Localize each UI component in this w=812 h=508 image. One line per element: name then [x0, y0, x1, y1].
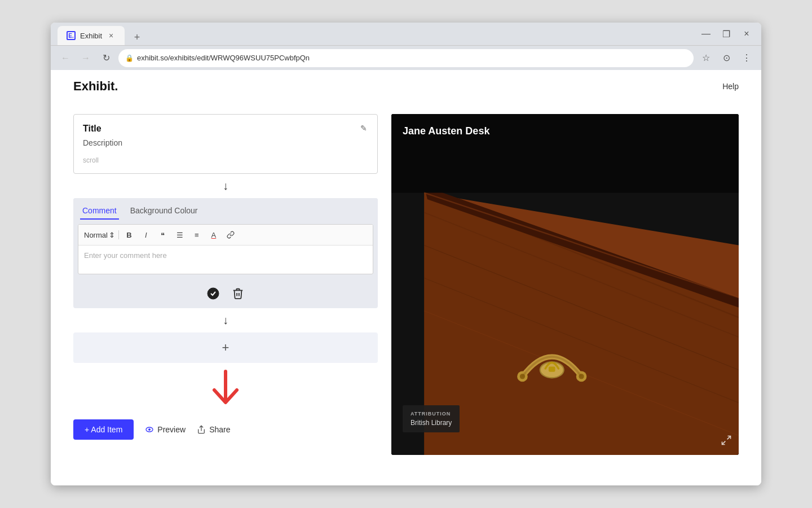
- svg-line-23: [727, 436, 731, 440]
- window-controls: — ❐ ×: [698, 26, 754, 42]
- attribution-value: British Library: [411, 419, 452, 427]
- down-arrow-connector: ↓: [73, 174, 378, 198]
- main-layout: Title Description scroll ✎ ↓ Comment Bac…: [51, 103, 761, 472]
- share-button[interactable]: Share: [197, 425, 230, 434]
- link-btn[interactable]: [224, 228, 237, 242]
- address-bar[interactable]: 🔒 exhibit.so/exhibits/edit/WRWQ96WSUU75P…: [118, 49, 694, 67]
- browser-toolbar-icons: ☆ ⊙ ⋮: [698, 50, 754, 66]
- down-arrow-connector-2: ↓: [73, 308, 378, 332]
- edit-title-btn[interactable]: ✎: [357, 121, 370, 135]
- star-btn[interactable]: ☆: [698, 50, 714, 66]
- attribution-box: ATTRIBUTION British Library: [403, 405, 460, 432]
- browser-window: E. Exhibit × + — ❐ × ← → ↻ 🔒 exhibit.so/…: [51, 23, 761, 485]
- share-label: Share: [209, 425, 230, 434]
- comment-actions: [73, 279, 378, 308]
- back-btn[interactable]: ←: [58, 50, 73, 66]
- comment-block: Comment Background Colour Normal ⇕ B I: [73, 198, 378, 308]
- tab-background-colour[interactable]: Background Colour: [128, 203, 200, 220]
- left-panel: Title Description scroll ✎ ↓ Comment Bac…: [73, 114, 378, 455]
- account-btn[interactable]: ⊙: [718, 50, 734, 66]
- attribution-label: ATTRIBUTION: [411, 411, 452, 417]
- svg-rect-15: [549, 366, 555, 371]
- address-bar-row: ← → ↻ 🔒 exhibit.so/exhibits/edit/WRWQ96W…: [51, 45, 761, 70]
- bottom-toolbar: + Add Item Preview: [73, 414, 378, 445]
- share-icon: [197, 425, 206, 434]
- text-color-btn[interactable]: A: [207, 228, 220, 242]
- help-link[interactable]: Help: [722, 82, 739, 91]
- tab-close-btn[interactable]: ×: [107, 31, 116, 40]
- svg-line-24: [722, 441, 726, 445]
- title-card: Title Description scroll ✎: [73, 114, 378, 174]
- preview-eye-icon: [145, 425, 154, 434]
- unordered-list-btn[interactable]: ☰: [173, 228, 187, 242]
- exhibit-preview-panel: Jane Austen Desk: [391, 114, 739, 455]
- add-item-button[interactable]: + Add Item: [73, 419, 134, 440]
- svg-point-3: [148, 428, 151, 431]
- reload-btn[interactable]: ↻: [98, 50, 114, 66]
- page-content: Exhibit. Help Title Description scroll ✎…: [51, 70, 761, 485]
- browser-titlebar: E. Exhibit × + — ❐ ×: [51, 23, 761, 45]
- trash-icon: [232, 287, 244, 300]
- delete-btn[interactable]: [229, 284, 247, 303]
- check-circle-icon: [206, 287, 220, 300]
- bold-btn[interactable]: B: [122, 228, 136, 242]
- red-arrow-icon: [209, 369, 242, 408]
- ordered-list-btn[interactable]: ≡: [190, 228, 204, 242]
- desk-image-svg: [391, 114, 739, 455]
- forward-btn[interactable]: →: [78, 50, 94, 66]
- minimize-btn[interactable]: —: [698, 26, 714, 42]
- app-header: Exhibit. Help: [51, 70, 761, 103]
- more-btn[interactable]: ⋮: [739, 50, 754, 66]
- exhibit-title: Jane Austen Desk: [403, 125, 489, 137]
- tab-title: Exhibit: [80, 32, 102, 40]
- comment-tabs: Comment Background Colour: [73, 198, 378, 220]
- quote-btn[interactable]: ❝: [156, 228, 170, 242]
- tab-bar: E. Exhibit × +: [58, 23, 694, 45]
- toolbar-divider-1: [118, 230, 119, 239]
- add-content-row[interactable]: +: [73, 332, 378, 363]
- app-logo: Exhibit.: [73, 79, 118, 94]
- fullscreen-btn[interactable]: [721, 435, 732, 448]
- svg-point-0: [208, 288, 219, 299]
- format-label: Normal: [84, 231, 108, 239]
- comment-input[interactable]: Enter your comment here: [78, 246, 373, 274]
- fullscreen-icon: [721, 435, 732, 446]
- format-arrow: ⇕: [109, 231, 115, 239]
- lock-icon: 🔒: [125, 54, 134, 62]
- browser-tab[interactable]: E. Exhibit ×: [58, 26, 125, 45]
- confirm-btn[interactable]: [204, 284, 222, 303]
- editor-toolbar: Normal ⇕ B I ❝ ☰ ≡ A: [78, 225, 373, 246]
- comment-editor: Normal ⇕ B I ❝ ☰ ≡ A: [78, 224, 373, 274]
- new-tab-btn[interactable]: +: [129, 29, 145, 45]
- url-text: exhibit.so/exhibits/edit/WRWQ96WSUU75PCw…: [137, 54, 687, 62]
- preview-button[interactable]: Preview: [145, 425, 186, 434]
- link-icon: [227, 231, 235, 239]
- tab-comment[interactable]: Comment: [80, 203, 119, 220]
- preview-label: Preview: [157, 425, 186, 434]
- title-card-scroll: scroll: [83, 156, 368, 164]
- format-selector[interactable]: Normal ⇕: [84, 231, 115, 239]
- italic-btn[interactable]: I: [139, 228, 153, 242]
- close-btn[interactable]: ×: [739, 26, 754, 42]
- title-card-description: Description: [83, 138, 368, 147]
- exhibit-image-area: ATTRIBUTION British Library: [391, 114, 739, 455]
- red-arrow-container: [73, 363, 378, 414]
- tab-favicon: E.: [67, 31, 76, 40]
- title-card-title: Title: [83, 124, 368, 134]
- maximize-btn[interactable]: ❐: [718, 26, 734, 42]
